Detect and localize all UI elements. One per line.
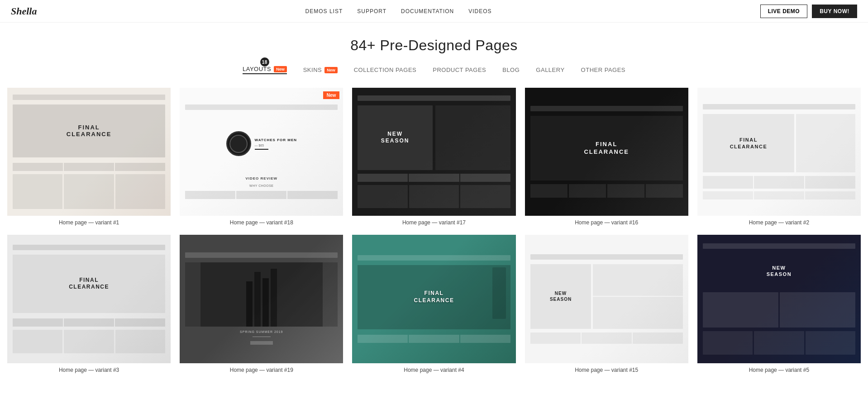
grid-item-2[interactable]: New WATCHES FOR MEN — $65 bbox=[180, 88, 343, 226]
nav-demos[interactable]: DEMOS LIST bbox=[305, 8, 343, 14]
thumbnail-6: FINALCLEARANCE bbox=[7, 235, 171, 363]
thumbnail-7: SPRING SUMMER 2019 bbox=[180, 235, 343, 363]
tab-other-label: OTHER PAGES bbox=[581, 66, 625, 73]
thumbnail-1: FINALCLEARANCE bbox=[7, 88, 171, 216]
nav-support[interactable]: SUPPORT bbox=[357, 8, 386, 14]
tabs-container: 18 LAYOUTS New SKINS New COLLECTION PAGE… bbox=[0, 61, 868, 83]
nav-links: DEMOS LIST SUPPORT DOCUMENTATION VIDEOS bbox=[305, 8, 492, 14]
new-badge-2: New bbox=[323, 91, 340, 99]
thumbnail-5: FINALCLEARANCE bbox=[697, 88, 861, 216]
thumbnail-2: New WATCHES FOR MEN — $65 bbox=[180, 88, 343, 216]
grid-label-5: Home page — variant #2 bbox=[697, 219, 861, 226]
tab-blog-label: BLOG bbox=[502, 66, 520, 73]
grid-item-7[interactable]: SPRING SUMMER 2019 Home page — variant #… bbox=[180, 235, 343, 373]
tab-layouts-label: LAYOUTS bbox=[243, 66, 271, 72]
grid-item-10[interactable]: NEWSEASON Home page — varia bbox=[697, 235, 861, 373]
tab-layouts[interactable]: 18 LAYOUTS New bbox=[243, 66, 287, 74]
tab-skins[interactable]: SKINS New bbox=[303, 66, 338, 73]
grid-container: FINALCLEARANCE bbox=[0, 83, 868, 394]
grid-item-3[interactable]: NEWSEASON bbox=[352, 88, 515, 226]
grid-item-6[interactable]: FINALCLEARANCE bbox=[7, 235, 171, 373]
tab-gallery[interactable]: GALLERY bbox=[536, 66, 564, 73]
tab-collection-label: COLLECTION PAGES bbox=[354, 66, 417, 73]
page-title: 84+ Pre-Designed Pages bbox=[0, 37, 868, 54]
grid-item-5[interactable]: FINALCLEARANCE bbox=[697, 88, 861, 226]
grid-label-9: Home page — variant #15 bbox=[525, 367, 688, 373]
thumbnail-3: NEWSEASON bbox=[352, 88, 515, 216]
page-hero: 84+ Pre-Designed Pages bbox=[0, 23, 868, 61]
grid-label-4: Home page — variant #16 bbox=[525, 219, 688, 226]
tab-collection[interactable]: COLLECTION PAGES bbox=[354, 66, 417, 73]
tab-skins-label: SKINS bbox=[303, 66, 322, 73]
tab-blog[interactable]: BLOG bbox=[502, 66, 520, 73]
thumbnail-10: NEWSEASON bbox=[697, 235, 861, 363]
brand-logo[interactable]: Shella bbox=[11, 5, 37, 17]
grid-label-10: Home page — variant #5 bbox=[697, 367, 861, 373]
grid-item-9[interactable]: NEWSEASON bbox=[525, 235, 688, 373]
tab-layouts-badge: New bbox=[274, 66, 287, 72]
thumbnail-8: FINALCLEARANCE bbox=[352, 235, 515, 363]
nav-documentation[interactable]: DOCUMENTATION bbox=[401, 8, 454, 14]
grid-row-2: FINALCLEARANCE bbox=[7, 235, 861, 373]
grid-row-1: FINALCLEARANCE bbox=[7, 88, 861, 226]
nav-videos[interactable]: VIDEOS bbox=[468, 8, 491, 14]
navbar: Shella DEMOS LIST SUPPORT DOCUMENTATION … bbox=[0, 0, 868, 23]
tab-product-label: PRODUCT PAGES bbox=[433, 66, 486, 73]
live-demo-button[interactable]: LIVE DEMO bbox=[760, 5, 808, 18]
grid-label-1: Home page — variant #1 bbox=[7, 219, 171, 226]
grid-label-7: Home page — variant #19 bbox=[180, 367, 343, 373]
tab-skins-badge: New bbox=[324, 67, 338, 73]
grid-label-3: Home page — variant #17 bbox=[352, 219, 515, 226]
thumbnail-4: FINALCLEARANCE bbox=[525, 88, 688, 216]
thumbnail-9: NEWSEASON bbox=[525, 235, 688, 363]
tab-layouts-count: 18 bbox=[260, 57, 269, 66]
grid-item-4[interactable]: FINALCLEARANCE Home page — variant #16 bbox=[525, 88, 688, 226]
grid-label-8: Home page — variant #4 bbox=[352, 367, 515, 373]
grid-label-6: Home page — variant #3 bbox=[7, 367, 171, 373]
buy-now-button[interactable]: BUY NOW! bbox=[812, 5, 857, 18]
grid-item-8[interactable]: FINALCLEARANCE Home page — variant #4 bbox=[352, 235, 515, 373]
tab-product[interactable]: PRODUCT PAGES bbox=[433, 66, 486, 73]
grid-label-2: Home page — variant #18 bbox=[180, 219, 343, 226]
grid-item-1[interactable]: FINALCLEARANCE bbox=[7, 88, 171, 226]
nav-actions: LIVE DEMO BUY NOW! bbox=[760, 5, 857, 18]
tab-gallery-label: GALLERY bbox=[536, 66, 564, 73]
tab-other[interactable]: OTHER PAGES bbox=[581, 66, 625, 73]
